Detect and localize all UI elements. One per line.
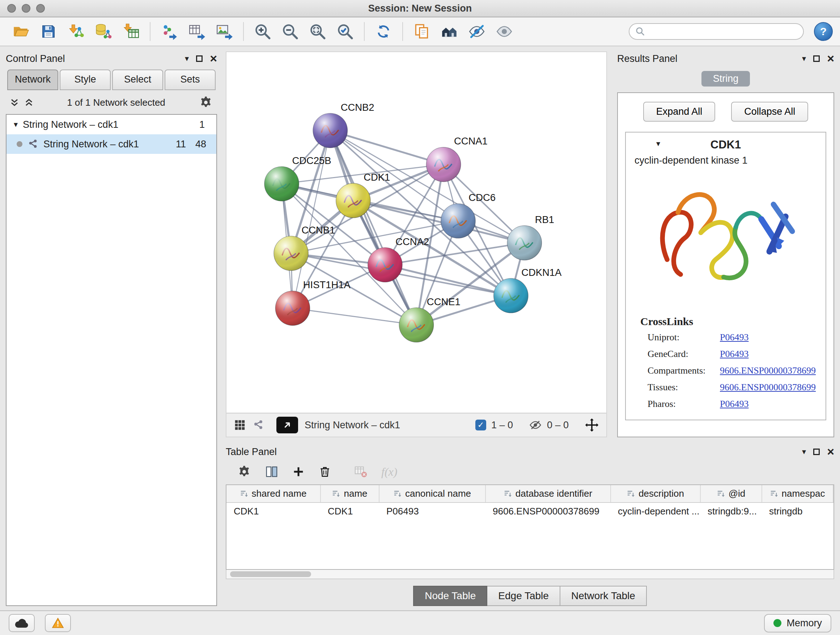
zoom-fit-button[interactable] — [304, 20, 332, 43]
network-node-CCNA1[interactable] — [426, 147, 461, 182]
network-node-CDC6[interactable] — [441, 204, 475, 238]
column-header-name[interactable]: name — [321, 485, 379, 502]
close-panel-icon[interactable]: × — [827, 54, 834, 63]
open-in-new-button[interactable] — [276, 417, 298, 433]
crosslink-uniprot[interactable]: P06493 — [720, 332, 820, 343]
crosslinks-list: Uniprot:P06493GeneCard:P06493Compartment… — [626, 331, 826, 420]
network-options-gear-icon[interactable] — [199, 96, 213, 109]
network-node-CCNB2[interactable] — [313, 113, 347, 148]
string-tab-badge[interactable]: String — [701, 71, 750, 87]
control-tab-sets[interactable]: Sets — [164, 70, 216, 90]
maximize-window-button[interactable] — [36, 4, 45, 13]
import-network-file-button[interactable] — [62, 20, 90, 43]
float-panel-icon[interactable] — [196, 55, 202, 62]
cloud-status-button[interactable] — [9, 614, 35, 632]
help-button[interactable]: ? — [814, 22, 833, 41]
network-node-HIST1H1A[interactable] — [275, 291, 309, 325]
zoom-selected-button[interactable] — [332, 20, 359, 43]
collapse-arrow-icon[interactable]: ▾ — [14, 120, 18, 129]
network-node-CDKN1A[interactable] — [494, 279, 528, 313]
selected-checkbox-icon[interactable]: ✓ — [475, 420, 486, 431]
panel-menu-icon[interactable]: ▾ — [802, 448, 806, 456]
graphics-details-button[interactable] — [463, 20, 491, 43]
network-node-CCNA2[interactable] — [368, 248, 402, 282]
close-window-button[interactable] — [7, 4, 16, 13]
table-tab-edge-table[interactable]: Edge Table — [487, 586, 561, 606]
clone-network-button[interactable] — [408, 20, 436, 43]
network-node-CDK1[interactable] — [336, 183, 370, 218]
network-row-selected[interactable]: String Network – cdk1 11 48 — [6, 134, 216, 154]
crosslink-compartments[interactable]: 9606.ENSP00000378699 — [720, 365, 820, 376]
close-panel-icon[interactable]: × — [827, 447, 834, 456]
network-edge-CCNB2-CCNA1[interactable] — [330, 131, 444, 165]
import-table-button[interactable] — [117, 20, 145, 43]
table-row[interactable]: CDK1CDK1P064939606.ENSP00000378699cyclin… — [226, 502, 833, 520]
gene-section-header[interactable]: ▾ CDK1 — [626, 133, 826, 155]
table-tab-node-table[interactable]: Node Table — [413, 586, 487, 606]
delete-column-trash-icon[interactable] — [318, 465, 332, 478]
network-view-icon[interactable] — [253, 419, 264, 431]
minimize-window-button[interactable] — [22, 4, 30, 13]
network-collection-row[interactable]: ▾ String Network – cdk1 1 — [6, 115, 216, 134]
close-panel-icon[interactable]: × — [210, 54, 217, 63]
collapse-all-button[interactable]: Collapse All — [731, 102, 808, 122]
control-tab-style[interactable]: Style — [60, 70, 111, 90]
column-header-namespac[interactable]: namespac — [762, 485, 833, 502]
export-table-button[interactable] — [183, 20, 210, 43]
float-panel-icon[interactable] — [813, 55, 820, 62]
node-label-CCNA2: CCNA2 — [395, 236, 429, 247]
table-panel: Table Panel ▾ × f(x) shared namenamecano — [226, 445, 834, 606]
search-input[interactable] — [649, 27, 797, 37]
show-panels-button[interactable] — [436, 20, 463, 43]
node-label-CCNA1: CCNA1 — [454, 135, 488, 147]
horizontal-scrollbar[interactable] — [226, 570, 834, 579]
panel-menu-icon[interactable]: ▾ — [802, 55, 806, 63]
panel-menu-icon[interactable]: ▾ — [185, 55, 189, 63]
crosslink-genecard[interactable]: P06493 — [720, 348, 820, 359]
column-header-database-identifier[interactable]: database identifier — [485, 485, 611, 502]
show-columns-icon[interactable] — [265, 465, 279, 478]
refresh-icon — [374, 22, 393, 41]
crosslink-pharos[interactable]: P06493 — [720, 399, 820, 409]
control-panel-header: Control Panel ▾ × — [6, 51, 217, 66]
expand-all-icon[interactable] — [25, 98, 33, 107]
network-edge-CCNB2-CCNE1[interactable] — [330, 131, 416, 325]
collapse-section-icon[interactable]: ▾ — [656, 139, 660, 149]
column-header-description[interactable]: description — [611, 485, 700, 502]
scrollbar-thumb[interactable] — [230, 571, 311, 577]
warnings-button[interactable] — [45, 614, 71, 632]
save-session-button[interactable] — [35, 20, 62, 43]
float-panel-icon[interactable] — [813, 448, 820, 455]
network-node-CCNB1[interactable] — [274, 236, 308, 271]
node-label-CDKN1A: CDKN1A — [521, 267, 562, 278]
expand-all-button[interactable]: Expand All — [643, 102, 715, 122]
export-image-button[interactable] — [210, 20, 238, 43]
grid-view-icon[interactable] — [234, 419, 246, 431]
network-edge-HIST1H1A-CCNE1[interactable] — [293, 308, 416, 325]
show-hide-button[interactable] — [491, 20, 518, 43]
column-header-shared-name[interactable]: shared name — [226, 485, 321, 502]
column-header-canonical-name[interactable]: canonical name — [379, 485, 485, 502]
refresh-view-button[interactable] — [370, 20, 397, 43]
column-header--id[interactable]: @id — [700, 485, 762, 502]
network-node-RB1[interactable] — [507, 226, 542, 260]
network-node-CCNE1[interactable] — [399, 308, 433, 342]
hidden-eye-slash-icon[interactable] — [529, 418, 542, 432]
collapse-all-icon[interactable] — [10, 98, 19, 107]
pan-crosshair-icon[interactable] — [584, 418, 599, 432]
table-tab-network-table[interactable]: Network Table — [561, 586, 647, 606]
zoom-out-button[interactable] — [276, 20, 304, 43]
open-session-button[interactable] — [7, 20, 35, 43]
network-canvas[interactable]: CCNB2CCNA1CDC25BCDK1CDC6RB1CCNB1CCNA2CDK… — [226, 52, 606, 413]
export-network-button[interactable] — [156, 20, 183, 43]
network-node-CDC25B[interactable] — [264, 166, 299, 201]
add-column-plus-icon[interactable] — [292, 466, 305, 478]
table-mode-gear-icon[interactable] — [237, 465, 251, 478]
crosslink-tissues[interactable]: 9606.ENSP00000378699 — [720, 382, 820, 393]
import-network-database-button[interactable] — [90, 20, 117, 43]
memory-button[interactable]: Memory — [764, 614, 831, 632]
control-tab-network[interactable]: Network — [7, 70, 58, 90]
zoom-in-button[interactable] — [249, 20, 276, 43]
protein-structure-image — [647, 173, 804, 308]
control-tab-select[interactable]: Select — [112, 70, 163, 90]
